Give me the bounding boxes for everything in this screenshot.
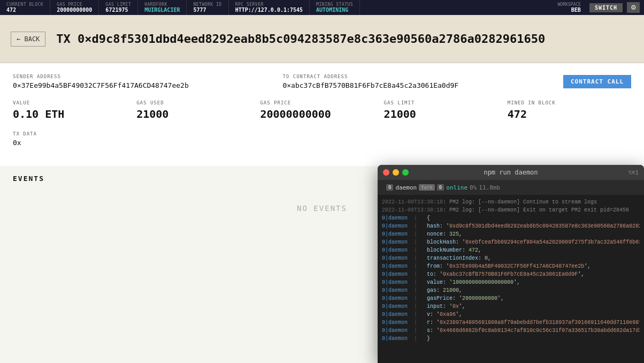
terminal-line: 0|daemon | blockNumber: 472, — [382, 246, 640, 254]
minimize-dot[interactable] — [393, 169, 399, 176]
address-row: SENDER ADDRESS 0×37Ee99b4a5BF49032C7F56F… — [13, 74, 631, 89]
network-id-value: 5777 — [193, 7, 221, 13]
top-bar-right: WORKSPACE BEB SWITCH ⚙ — [558, 2, 640, 13]
tab-status: online — [446, 184, 467, 191]
terminal-line: 0|daemon | to: '0xabc37cBfB7570B81F6Fb7c… — [382, 270, 640, 278]
terminal-line: 2022-11-09T13:38:18: PM2 log: [--no-daem… — [382, 198, 640, 206]
gas-limit-label: GAS LIMIT — [105, 2, 131, 7]
settings-button[interactable]: ⚙ — [627, 2, 640, 13]
tx-title: TX 0×d9c8f5301dbd4eed8292eab8b5c09428358… — [56, 32, 545, 46]
gas-limit-tx-block: GAS LIMIT 21000 — [384, 100, 508, 120]
terminal-line: 0|daemon | from: '0x37Ee99b4a5BF49032C7F… — [382, 262, 640, 270]
rpc-server-item: RPC SERVER HTTP://127.0.0.1:7545 — [229, 0, 310, 15]
gear-icon: ⚙ — [631, 4, 637, 11]
terminal-overlay: npm run daemon ⌥⌘1 0 daemon fork 0 onlin… — [378, 165, 644, 363]
to-contract-label: TO CONTRACT ADDRESS — [282, 74, 552, 79]
metrics-row: VALUE 0.10 ETH GAS USED 21000 GAS PRICE … — [13, 100, 631, 120]
sender-block: SENDER ADDRESS 0×37Ee99b4a5BF49032C7F56F… — [13, 74, 282, 89]
gas-limit-value: 6721975 — [105, 7, 131, 13]
top-bar: CURRENT BLOCK 472 GAS PRICE 20000000000 … — [0, 0, 644, 15]
maximize-dot[interactable] — [402, 169, 409, 176]
mining-status-label: MINING STATUS — [316, 2, 353, 7]
terminal-title: npm run daemon — [484, 169, 538, 176]
workspace-label: WORKSPACE — [558, 2, 581, 7]
terminal-line: 0|daemon | value: '1000000000000000000', — [382, 278, 640, 286]
value-block: VALUE 0.10 ETH — [13, 100, 136, 120]
hardfork-label: HARDFORK — [144, 2, 180, 7]
gas-used-label: GAS USED — [136, 100, 260, 105]
mined-block-label: MINED IN BLOCK — [508, 100, 631, 105]
tx-data-section: TX DATA 0x — [13, 131, 631, 147]
back-button[interactable]: ← BACK — [11, 32, 45, 47]
gas-limit-item: GAS LIMIT 6721975 — [99, 0, 138, 15]
gas-limit-tx-label: GAS LIMIT — [384, 100, 508, 105]
main-content: SENDER ADDRESS 0×37Ee99b4a5BF49032C7F56F… — [0, 63, 644, 166]
terminal-line: 0|daemon | v: '0xa96', — [382, 311, 640, 319]
terminal-line: 0|daemon | s: '0x4668d6862bf0c8ab9134c7a… — [382, 327, 640, 335]
rpc-server-label: RPC SERVER — [235, 2, 303, 7]
terminal-tabs: 0 daemon fork 0 online 0% 11.8mb — [378, 180, 644, 195]
tab-pct: 0% — [470, 184, 477, 191]
gas-used-value: 21000 — [136, 108, 260, 120]
mined-block-value: 472 — [508, 108, 631, 120]
network-id-item: NETWORK ID 5777 — [187, 0, 228, 15]
terminal-line: 2022-11-09T13:38:18: PM2 log: [--no-daem… — [382, 206, 640, 214]
network-id-label: NETWORK ID — [193, 2, 221, 7]
terminal-body[interactable]: 2022-11-09T13:38:18: PM2 log: [--no-daem… — [378, 195, 644, 363]
value-label: VALUE — [13, 100, 136, 105]
gas-price-value: 20000000000 — [57, 7, 92, 13]
to-contract-block: TO CONTRACT ADDRESS 0×abc37cBfB7570B81F6… — [282, 74, 552, 89]
terminal-tab[interactable]: 0 daemon fork 0 online 0% 11.8mb — [382, 183, 504, 192]
tx-data-label: TX DATA — [13, 131, 631, 137]
mining-status-item: MINING STATUS AUTOMINING — [310, 0, 360, 15]
current-block-item: CURRENT BLOCK 472 — [4, 0, 50, 15]
tab-num: 0 — [386, 184, 393, 191]
current-block-value: 472 — [6, 7, 43, 13]
gas-price-tx-label: GAS PRICE — [260, 100, 384, 105]
sender-value: 0×37Ee99b4a5BF49032C7F56Ff417A6CD48747ee… — [13, 81, 282, 89]
back-bar: ← BACK TX 0×d9c8f5301dbd4eed8292eab8b5c0… — [0, 15, 644, 63]
terminal-dots — [383, 169, 409, 176]
workspace-value: BEB — [571, 7, 581, 13]
mining-status-value: AUTOMINING — [316, 7, 353, 13]
hardfork-item: HARDFORK MUIRGLACIER — [138, 0, 187, 15]
rpc-server-value: HTTP://127.0.0.1:7545 — [235, 7, 303, 13]
terminal-titlebar: npm run daemon ⌥⌘1 — [378, 165, 644, 180]
gas-used-block: GAS USED 21000 — [136, 100, 260, 120]
terminal-line: 0|daemon | { — [382, 214, 640, 222]
current-block-label: CURRENT BLOCK — [6, 2, 43, 7]
terminal-line: 0|daemon | input: '0x', — [382, 303, 640, 311]
terminal-line: 0|daemon | gas: 21000, — [382, 286, 640, 294]
terminal-line: 0|daemon | gasPrice: '20000000000', — [382, 294, 640, 303]
gas-price-tx-block: GAS PRICE 20000000000 — [260, 100, 384, 120]
gas-limit-tx-value: 21000 — [384, 108, 508, 120]
switch-button[interactable]: SWITCH — [589, 3, 623, 12]
tab-zero: 0 — [437, 184, 444, 191]
tab-name: daemon — [395, 184, 417, 191]
tx-data-value: 0x — [13, 139, 631, 147]
close-dot[interactable] — [383, 169, 389, 176]
workspace-block: WORKSPACE BEB — [558, 2, 581, 13]
terminal-shortcut: ⌥⌘1 — [628, 169, 639, 176]
to-contract-value: 0×abc37cBfB7570B81F6Fb7cE8a45c2a3061Ea0d… — [282, 81, 552, 89]
tab-badge: fork — [419, 184, 435, 191]
terminal-line: 0|daemon | blockHash: '0xebfceafbb09294c… — [382, 238, 640, 246]
gas-price-tx-value: 20000000000 — [260, 108, 384, 120]
terminal-line: 0|daemon | } — [382, 335, 640, 343]
terminal-line: 0|daemon | r: '0x23897a4805691808a8f79ab… — [382, 319, 640, 327]
gas-price-item: GAS PRICE 20000000000 — [50, 0, 99, 15]
terminal-line: 0|daemon | hash: '0xd9c8f5301dbd4eed8292… — [382, 222, 640, 230]
sender-label: SENDER ADDRESS — [13, 74, 282, 79]
terminal-line: 0|daemon | nonce: 325, — [382, 230, 640, 238]
gas-price-label: GAS PRICE — [57, 2, 92, 7]
value-value: 0.10 ETH — [13, 108, 136, 120]
contract-call-badge: CONTRACT CALL — [563, 75, 631, 88]
mined-block-block: MINED IN BLOCK 472 — [508, 100, 631, 120]
terminal-line: 0|daemon | transactionIndex: 0, — [382, 254, 640, 262]
hardfork-value: MUIRGLACIER — [144, 7, 180, 13]
tab-size: 11.8mb — [479, 184, 500, 191]
